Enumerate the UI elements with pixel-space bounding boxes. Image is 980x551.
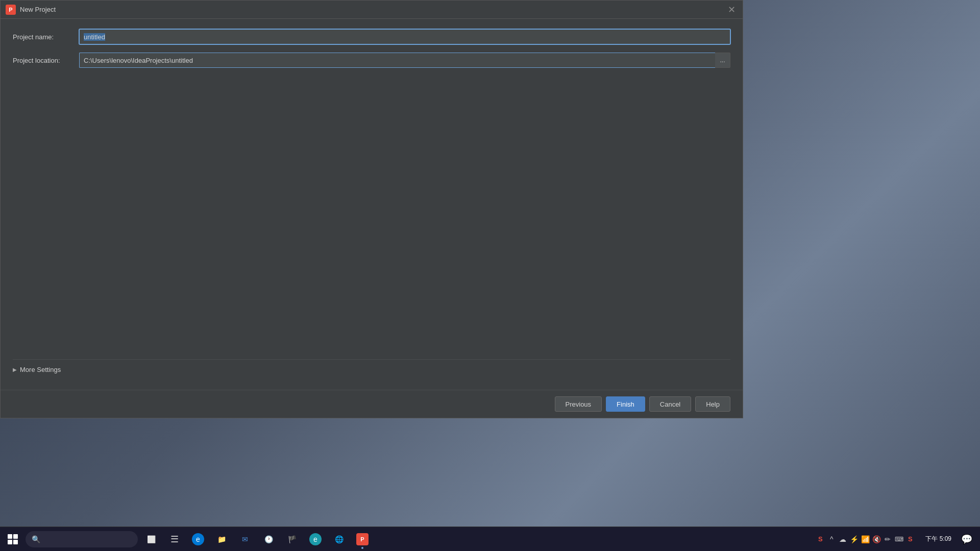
intellij-icon: P: [6, 5, 16, 15]
edge2-icon: e: [309, 533, 322, 545]
start-button[interactable]: [0, 527, 26, 551]
taskbar-item-edge2[interactable]: e: [304, 528, 327, 550]
project-name-input[interactable]: [79, 29, 730, 44]
dialog-footer: Previous Finish Cancel Help: [1, 390, 743, 418]
more-settings-section: ▶ More Settings: [13, 359, 730, 380]
browser-icon: 🌐: [333, 533, 345, 545]
systray-keyboard-icon[interactable]: ⌨: [894, 534, 904, 544]
mail-icon: ✉: [239, 533, 251, 545]
systray-cloud-icon[interactable]: ☁: [838, 534, 848, 544]
active-indicator: [361, 547, 363, 549]
windows-logo-icon: [8, 534, 18, 544]
project-location-row: Project location: ...: [13, 53, 730, 68]
search-icon: 🔍: [32, 535, 40, 543]
taskbar-item-file-explorer[interactable]: 📁: [210, 528, 233, 550]
taskbar-item-edge[interactable]: e: [187, 528, 209, 550]
browse-button[interactable]: ...: [715, 53, 730, 68]
title-bar-left: P New Project: [6, 5, 56, 15]
new-project-dialog: P New Project ✕ Project name: Project lo…: [0, 0, 743, 418]
taskbar-item-pirate[interactable]: 🏴: [281, 528, 303, 550]
systray-sogou2-icon[interactable]: S: [905, 534, 915, 544]
file-explorer-icon: 📁: [215, 533, 228, 545]
dialog-overlay: P New Project ✕ Project name: Project lo…: [0, 0, 980, 418]
project-location-input[interactable]: [79, 53, 715, 68]
systray: S ^ ☁ ⚡ 📶 🔇 ✏ ⌨ S: [811, 534, 919, 544]
taskbar-search[interactable]: 🔍: [26, 531, 138, 547]
taskbar-item-mail[interactable]: ✉: [234, 528, 256, 550]
more-settings-arrow: ▶: [13, 367, 17, 372]
project-name-row: Project name:: [13, 29, 730, 44]
content-spacer: [13, 76, 730, 359]
notification-button[interactable]: 💬: [958, 534, 976, 545]
systray-sogou-icon[interactable]: S: [815, 534, 825, 544]
clock-app-icon: 🕐: [262, 533, 275, 545]
title-bar: P New Project ✕: [1, 1, 743, 19]
widgets-icon: ☰: [168, 533, 181, 545]
dialog-content: Project name: Project location: ... ▶ Mo…: [1, 19, 743, 390]
taskbar: 🔍 ⬜ ☰ e 📁 ✉ 🕐 🏴 e 🌐: [0, 527, 980, 551]
systray-battery-icon[interactable]: ⚡: [849, 534, 859, 544]
clock-time: 下午 5:09: [925, 535, 951, 543]
task-view-icon: ⬜: [145, 533, 157, 545]
help-button[interactable]: Help: [695, 396, 730, 412]
taskbar-right: S ^ ☁ ⚡ 📶 🔇 ✏ ⌨ S 下午 5:09 💬: [811, 534, 980, 545]
systray-network-icon[interactable]: 📶: [860, 534, 870, 544]
dialog-title: New Project: [20, 6, 56, 13]
project-location-field-group: ...: [79, 53, 730, 68]
cancel-button[interactable]: Cancel: [649, 396, 691, 412]
intellij-taskbar-icon: P: [356, 533, 369, 545]
more-settings-label: More Settings: [20, 366, 61, 373]
systray-pen-icon[interactable]: ✏: [883, 534, 893, 544]
systray-volume-icon[interactable]: 🔇: [871, 534, 881, 544]
taskbar-item-browser[interactable]: 🌐: [328, 528, 350, 550]
project-name-label: Project name:: [13, 33, 79, 41]
project-location-label: Project location:: [13, 57, 79, 64]
more-settings-toggle[interactable]: ▶ More Settings: [13, 364, 730, 375]
finish-button[interactable]: Finish: [606, 396, 645, 412]
edge-icon: e: [192, 533, 204, 545]
taskbar-clock[interactable]: 下午 5:09: [921, 535, 955, 543]
taskbar-item-task-view[interactable]: ⬜: [140, 528, 162, 550]
taskbar-item-clock-app[interactable]: 🕐: [257, 528, 280, 550]
close-button[interactable]: ✕: [725, 4, 738, 16]
taskbar-item-intellij[interactable]: P: [351, 528, 374, 550]
pirate-app-icon: 🏴: [286, 533, 298, 545]
taskbar-pinned-items: ⬜ ☰ e 📁 ✉ 🕐 🏴 e 🌐 P: [138, 527, 376, 551]
taskbar-item-widgets[interactable]: ☰: [163, 528, 186, 550]
notification-icon: 💬: [961, 534, 972, 545]
previous-button[interactable]: Previous: [555, 396, 602, 412]
systray-chevron-icon[interactable]: ^: [826, 534, 837, 544]
